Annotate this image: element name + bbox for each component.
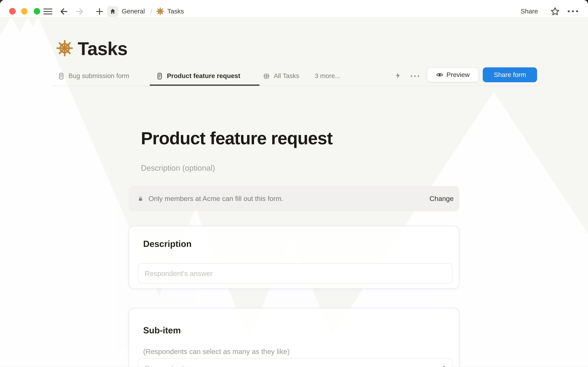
answer-input[interactable] bbox=[138, 358, 453, 367]
active-tab-underline bbox=[150, 84, 260, 86]
eye-icon bbox=[436, 71, 444, 78]
breadcrumb-workspace[interactable]: General bbox=[122, 0, 145, 23]
app-window: General / Tasks Share bbox=[0, 0, 588, 367]
question-card-sub-item[interactable]: Sub-item (Respondents can select as many… bbox=[129, 308, 459, 367]
traffic-light-zoom-button[interactable] bbox=[34, 8, 40, 15]
more-options-icon[interactable] bbox=[568, 10, 580, 12]
sidebar-menu-icon[interactable] bbox=[43, 7, 52, 16]
home-icon bbox=[109, 8, 116, 15]
answer-field-wrap bbox=[138, 263, 453, 284]
favorite-star-icon[interactable] bbox=[550, 7, 560, 17]
breadcrumb-page[interactable]: Tasks bbox=[167, 0, 184, 23]
tab-label: Bug submission form bbox=[69, 72, 129, 80]
automation-bolt-icon[interactable] bbox=[394, 72, 402, 79]
access-notice: Only members at Acme can fill out this f… bbox=[129, 186, 459, 211]
tab-all-tasks[interactable]: All Tasks bbox=[256, 67, 305, 85]
globe-icon bbox=[263, 72, 270, 80]
access-notice-message: Only members at Acme can fill out this f… bbox=[149, 194, 429, 203]
question-hint: (Respondents can select as many as they … bbox=[143, 347, 290, 356]
form-doc-icon bbox=[58, 72, 65, 80]
question-title[interactable]: Sub-item bbox=[143, 325, 181, 336]
breadcrumb-separator: / bbox=[151, 0, 152, 23]
tab-options-icon[interactable] bbox=[411, 75, 419, 77]
tab-product-feature-request[interactable]: Product feature request bbox=[150, 67, 246, 85]
answer-input[interactable] bbox=[138, 263, 453, 284]
preview-button-label: Preview bbox=[446, 71, 470, 79]
page-helm-icon-small bbox=[156, 7, 164, 16]
home-button[interactable] bbox=[107, 6, 118, 17]
share-form-button[interactable]: Share form bbox=[483, 67, 537, 82]
preview-button[interactable]: Preview bbox=[427, 67, 479, 82]
question-title[interactable]: Description bbox=[143, 239, 192, 249]
new-tab-plus-icon[interactable] bbox=[95, 7, 104, 16]
chevron-up-icon[interactable] bbox=[441, 364, 447, 367]
tab-label: Product feature request bbox=[167, 72, 240, 80]
question-card-description[interactable]: Description bbox=[129, 226, 459, 289]
access-notice-change-button[interactable]: Change bbox=[429, 194, 454, 203]
share-form-button-label: Share form bbox=[494, 71, 526, 79]
form-description-placeholder[interactable]: Description (optional) bbox=[141, 163, 215, 173]
traffic-light-close-button[interactable] bbox=[9, 8, 16, 15]
traffic-light-minimize-button[interactable] bbox=[21, 8, 28, 15]
tabbar-divider bbox=[51, 86, 538, 86]
form-title[interactable]: Product feature request bbox=[141, 128, 332, 149]
share-button[interactable]: Share bbox=[521, 0, 538, 23]
lock-icon bbox=[137, 195, 144, 202]
answer-field-wrap bbox=[138, 358, 453, 367]
form-doc-icon bbox=[156, 72, 164, 80]
window-toolbar: General / Tasks Share bbox=[0, 0, 588, 17]
page-title: Tasks bbox=[78, 38, 127, 59]
back-arrow-icon[interactable] bbox=[59, 7, 69, 16]
page-helm-icon[interactable] bbox=[56, 40, 73, 57]
tab-label: All Tasks bbox=[274, 72, 299, 80]
tab-bug-submission-form[interactable]: Bug submission form bbox=[51, 67, 135, 85]
forward-arrow-icon[interactable] bbox=[75, 7, 84, 16]
more-tabs-button[interactable]: 3 more... bbox=[315, 67, 340, 85]
